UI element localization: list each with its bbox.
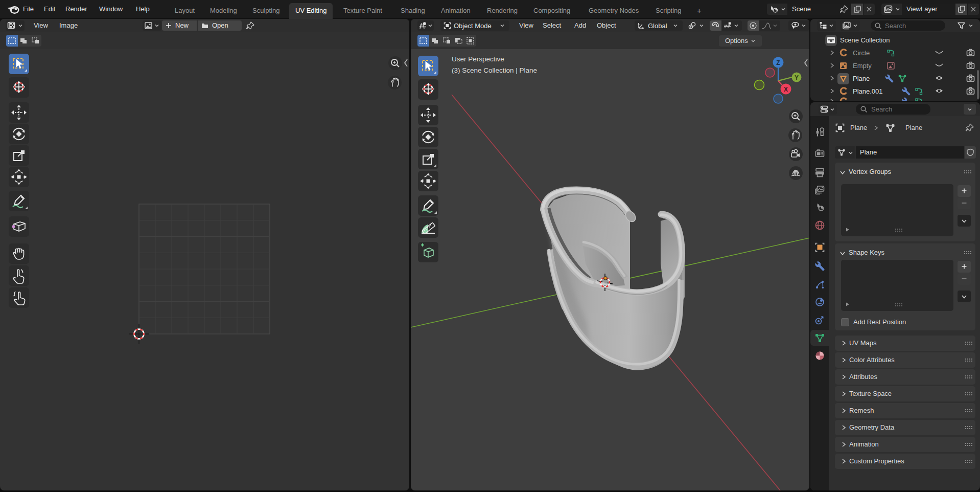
svg-text:Z: Z: [776, 59, 780, 66]
svg-text:Y: Y: [795, 74, 799, 81]
svg-text:X: X: [784, 86, 788, 93]
